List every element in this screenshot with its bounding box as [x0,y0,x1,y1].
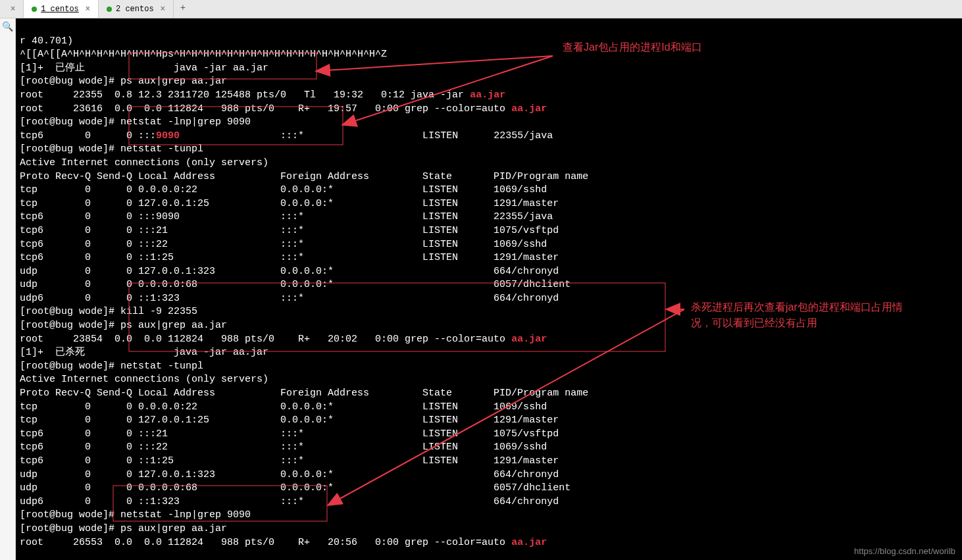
status-dot-icon [32,7,37,12]
netstat-row: udp 0 0 127.0.0.1:323 0.0.0.0:* 664/chro… [20,266,559,277]
annotation-text-2: 杀死进程后再次查看jar包的进程和端口占用情况，可以看到已经没有占用 [691,299,908,331]
prompt: [root@bug wode]# [20,509,120,521]
tab-2-centos[interactable]: 2 centos × [99,0,174,18]
prompt: [root@bug wode]# [20,143,120,155]
command: ps aux|grep aa.jar [120,320,227,331]
close-icon[interactable]: × [86,5,90,14]
netstat-header: Active Internet connections (only server… [20,374,268,385]
side-gutter: 🔍 [0,18,16,560]
netstat-row: tcp6 0 0 :::21 :::* LISTEN 1075/vsftpd [20,428,559,440]
netstat-row: tcp 0 0 0.0.0.0:22 0.0.0.0:* LISTEN 1069… [20,184,547,195]
match-highlight: aa.jar [470,89,505,101]
netstat-columns: Proto Recv-Q Send-Q Local Address Foreig… [20,388,588,399]
prompt: [root@bug wode]# [20,361,120,372]
close-icon[interactable]: × [161,5,165,14]
netstat-row: tcp 0 0 0.0.0.0:22 0.0.0.0:* LISTEN 1069… [20,401,547,413]
tab-close-left[interactable]: × [0,0,24,18]
netstat-row: tcp6 0 0 ::1:25 :::* LISTEN 1291/master [20,252,559,263]
annotation-text-1: 查看Jar包占用的进程Id和端口 [563,39,702,55]
ps-output: root 22355 0.8 12.3 2311720 125488 pts/0… [20,89,470,101]
ps-output: root 26553 0.0 0.0 112824 988 pts/0 R+ 2… [20,537,511,548]
new-tab-button[interactable]: + [174,0,192,18]
command: netstat -lnp|grep 9090 [120,509,251,521]
prompt: [root@bug wode]# [20,76,120,87]
port-highlight: 9090 [156,130,180,141]
prompt: [root@bug wode]# [20,523,120,534]
command: ps aux|grep aa.jar [120,523,227,534]
command: kill -9 22355 [120,306,197,317]
match-highlight: aa.jar [511,103,547,115]
term-line: ^[[A^[[A^H^H^H^H^H^H^H^Hps^H^H^H^H^H^H^H… [20,49,387,60]
netstat-line: tcp6 0 0 ::: [20,130,156,141]
netstat-row: tcp6 0 0 ::1:25 :::* LISTEN 1291/master [20,455,559,467]
netstat-row: udp 0 0 127.0.0.1:323 0.0.0.0:* 664/chro… [20,469,559,480]
watermark: https://blog.csdn.net/worilb [854,546,955,556]
terminal[interactable]: r 40.701) ^[[A^[[A^H^H^H^H^H^H^H^Hps^H^H… [16,18,962,560]
command: netstat -tunpl [120,143,203,155]
prompt: [root@bug wode]# [20,306,120,317]
netstat-row: tcp6 0 0 :::22 :::* LISTEN 1069/sshd [20,239,547,250]
netstat-header: Active Internet connections (only server… [20,157,268,168]
netstat-line: :::* LISTEN 22355/java [180,130,553,141]
prompt: [root@bug wode]# [20,116,120,128]
netstat-row: tcp6 0 0 :::22 :::* LISTEN 1069/sshd [20,442,547,453]
tab-label: 2 centos [116,5,154,14]
tab-label: 1 centos [41,5,79,14]
ps-output: root 23854 0.0 0.0 112824 988 pts/0 R+ 2… [20,334,511,345]
tab-bar: × 1 centos × 2 centos × + [0,0,962,18]
prompt: [root@bug wode]# [20,320,120,331]
netstat-row: tcp6 0 0 :::21 :::* LISTEN 1075/vsftpd [20,225,559,236]
netstat-row: tcp 0 0 127.0.0.1:25 0.0.0.0:* LISTEN 12… [20,198,559,209]
term-line: [1]+ 已停止 java -jar aa.jar [20,63,268,74]
match-highlight: aa.jar [511,537,547,548]
status-dot-icon [107,7,112,12]
netstat-columns: Proto Recv-Q Send-Q Local Address Foreig… [20,171,588,182]
search-icon[interactable]: 🔍 [2,22,13,32]
command: netstat -lnp|grep 9090 [120,116,251,128]
ps-output: root 23616 0.0 0.0 112824 988 pts/0 R+ 1… [20,103,511,115]
command: netstat -tunpl [120,361,203,372]
netstat-row: udp 0 0 0.0.0.0:68 0.0.0.0:* 6057/dhclie… [20,279,570,290]
command: ps aux|grep aa.jar [120,76,227,87]
term-line: r 40.701) [20,36,73,47]
netstat-row: udp6 0 0 ::1:323 :::* 664/chronyd [20,496,559,507]
netstat-row: tcp 0 0 127.0.0.1:25 0.0.0.0:* LISTEN 12… [20,415,559,426]
tab-1-centos[interactable]: 1 centos × [24,0,99,18]
netstat-row: udp6 0 0 ::1:323 :::* 664/chronyd [20,293,559,304]
netstat-row: udp 0 0 0.0.0.0:68 0.0.0.0:* 6057/dhclie… [20,482,570,494]
netstat-row: tcp6 0 0 :::9090 :::* LISTEN 22355/java [20,211,553,222]
term-line: [1]+ 已杀死 java -jar aa.jar [20,347,268,358]
match-highlight: aa.jar [511,334,547,345]
